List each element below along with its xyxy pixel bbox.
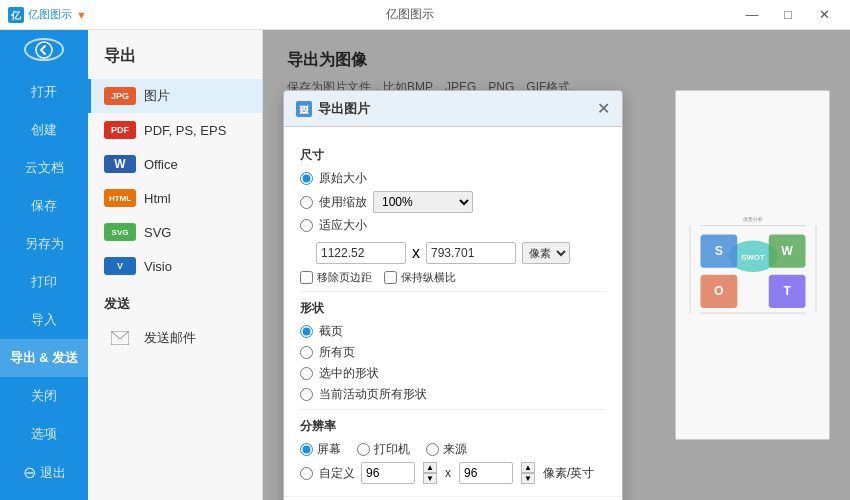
- dpi-height-input[interactable]: [459, 462, 513, 484]
- dpi-down-btn[interactable]: ▼: [423, 473, 437, 484]
- svg-text:W: W: [781, 244, 793, 258]
- export-panel: 导出 JPG 图片 PDF PDF, PS, EPS W Office HTML…: [88, 30, 263, 500]
- main-content: 导出为图像 保存为图片文件，比如BMP、JPEG、PNG、GIF格式。 JPG …: [263, 30, 850, 500]
- keep-ratio-label[interactable]: 保持纵横比: [384, 270, 456, 285]
- svg-text:优势分析: 优势分析: [743, 216, 763, 222]
- export-item-pdf[interactable]: PDF PDF, PS, EPS: [88, 113, 262, 147]
- email-icon: [104, 329, 136, 347]
- modal-icon: 🖼: [296, 101, 312, 117]
- radio-current-page: 截页: [300, 323, 606, 340]
- svg-text:SWOT: SWOT: [741, 253, 765, 262]
- keep-ratio-checkbox[interactable]: [384, 271, 397, 284]
- modal-overlay: 🖼 导出图片 ✕ 尺寸 原始大小 使: [263, 30, 850, 500]
- sidebar-item-export[interactable]: 导出 & 发送: [0, 339, 88, 377]
- preview-area: SWOT S W O T: [675, 90, 830, 440]
- modal-footer: 确定 取消: [284, 496, 622, 500]
- app-body: 打开 创建 云文档 保存 另存为 打印 导入 导出 & 发送 关闭 选项 ⊖ 退…: [0, 30, 850, 500]
- dpi-width-input[interactable]: [361, 462, 415, 484]
- export-image-modal: 🖼 导出图片 ✕ 尺寸 原始大小 使: [283, 90, 623, 500]
- export-item-image[interactable]: JPG 图片: [88, 79, 262, 113]
- sidebar-item-save[interactable]: 保存: [0, 187, 88, 225]
- maximize-button[interactable]: □: [770, 0, 806, 30]
- radio-source-label: 来源: [426, 441, 467, 458]
- sidebar-item-saveas[interactable]: 另存为: [0, 225, 88, 263]
- modal-body: 尺寸 原始大小 使用缩放 100%: [284, 127, 622, 496]
- remove-margin-label[interactable]: 移除页边距: [300, 270, 372, 285]
- radio-scale-input[interactable]: [300, 196, 313, 209]
- export-item-svg[interactable]: SVG SVG: [88, 215, 262, 249]
- size-section-label: 尺寸: [300, 147, 606, 164]
- svg-text:亿: 亿: [10, 10, 22, 21]
- svg-text:🖼: 🖼: [299, 105, 309, 115]
- separator-2: [300, 409, 606, 410]
- sidebar-item-print[interactable]: 打印: [0, 263, 88, 301]
- sidebar-item-options[interactable]: 选项: [0, 415, 88, 453]
- shape-radio-group: 截页 所有页 选中的形状 当前活动页所有形状: [300, 323, 606, 403]
- radio-custom-input[interactable]: [300, 467, 313, 480]
- fit-height-input[interactable]: [426, 242, 516, 264]
- pdf-badge: PDF: [104, 121, 136, 139]
- back-button[interactable]: [24, 38, 64, 61]
- title-bar: 亿 亿图图示 ▼ 亿图图示 — □ ✕: [0, 0, 850, 30]
- scale-select[interactable]: 100%: [373, 191, 473, 213]
- dpi-presets-row: 屏幕 打印机 来源: [300, 441, 606, 458]
- radio-printer-input[interactable]: [357, 443, 370, 456]
- dpi-up-btn[interactable]: ▲: [423, 462, 437, 473]
- send-section-title: 发送: [88, 283, 262, 321]
- dpi-spinner-2: ▲ ▼: [521, 462, 535, 484]
- dpi-spinner-1: ▲ ▼: [423, 462, 437, 484]
- radio-original-size: 原始大小: [300, 170, 606, 187]
- unit-select[interactable]: 像素 cm in: [522, 242, 570, 264]
- radio-fit-input[interactable]: [300, 219, 313, 232]
- title-bar-left: 亿 亿图图示 ▼: [8, 7, 87, 23]
- radio-original-input[interactable]: [300, 172, 313, 185]
- radio-screen-label: 屏幕: [300, 441, 341, 458]
- modal-header: 🖼 导出图片 ✕: [284, 91, 622, 127]
- export-item-html[interactable]: HTML Html: [88, 181, 262, 215]
- dpi-section-label: 分辨率: [300, 418, 606, 435]
- word-badge: W: [104, 155, 136, 173]
- shape-section-label: 形状: [300, 300, 606, 317]
- radio-selected-input[interactable]: [300, 367, 313, 380]
- radio-printer-label: 打印机: [357, 441, 410, 458]
- fit-width-input[interactable]: [316, 242, 406, 264]
- close-button[interactable]: ✕: [806, 0, 842, 30]
- html-badge: HTML: [104, 189, 136, 207]
- dpi-inputs: ▲ ▼ x ▲ ▼ 像素/英寸: [361, 462, 594, 484]
- jpg-badge: JPG: [104, 87, 136, 105]
- sidebar-item-cloud[interactable]: 云文档: [0, 149, 88, 187]
- visio-badge: V: [104, 257, 136, 275]
- radio-source-input[interactable]: [426, 443, 439, 456]
- radio-allpages-input[interactable]: [300, 346, 313, 359]
- margin-ratio-row: 移除页边距 保持纵横比: [300, 270, 606, 285]
- dpi-up-btn-2[interactable]: ▲: [521, 462, 535, 473]
- export-item-office[interactable]: W Office: [88, 147, 262, 181]
- export-item-email[interactable]: 发送邮件: [88, 321, 262, 355]
- swot-preview: SWOT S W O T: [683, 205, 823, 325]
- svg-text:S: S: [714, 244, 722, 258]
- size-radio-group: 原始大小 使用缩放 100% 适应大小: [300, 170, 606, 264]
- radio-fit-size: 适应大小: [300, 217, 606, 234]
- radio-current-page-shapes: 当前活动页所有形状: [300, 386, 606, 403]
- radio-currentpage-input[interactable]: [300, 325, 313, 338]
- modal-title: 🖼 导出图片: [296, 100, 370, 118]
- export-item-visio[interactable]: V Visio: [88, 249, 262, 283]
- radio-selected-shapes: 选中的形状: [300, 365, 606, 382]
- minimize-button[interactable]: —: [734, 0, 770, 30]
- sidebar-item-import[interactable]: 导入: [0, 301, 88, 339]
- radio-currentpageshapes-input[interactable]: [300, 388, 313, 401]
- sidebar: 打开 创建 云文档 保存 另存为 打印 导入 导出 & 发送 关闭 选项 ⊖ 退…: [0, 30, 88, 500]
- svg-badge: SVG: [104, 223, 136, 241]
- radio-scale-size: 使用缩放 100%: [300, 191, 606, 213]
- sidebar-item-open[interactable]: 打开: [0, 73, 88, 111]
- dpi-down-btn-2[interactable]: ▼: [521, 473, 535, 484]
- remove-margin-checkbox[interactable]: [300, 271, 313, 284]
- app-logo: 亿 亿图图示 ▼: [8, 7, 87, 23]
- radio-screen-input[interactable]: [300, 443, 313, 456]
- exit-button[interactable]: ⊖ 退出: [0, 453, 88, 492]
- modal-close-button[interactable]: ✕: [597, 99, 610, 118]
- sidebar-item-create[interactable]: 创建: [0, 111, 88, 149]
- fit-size-inputs: x 像素 cm in: [316, 242, 606, 264]
- sidebar-item-close[interactable]: 关闭: [0, 377, 88, 415]
- radio-all-pages: 所有页: [300, 344, 606, 361]
